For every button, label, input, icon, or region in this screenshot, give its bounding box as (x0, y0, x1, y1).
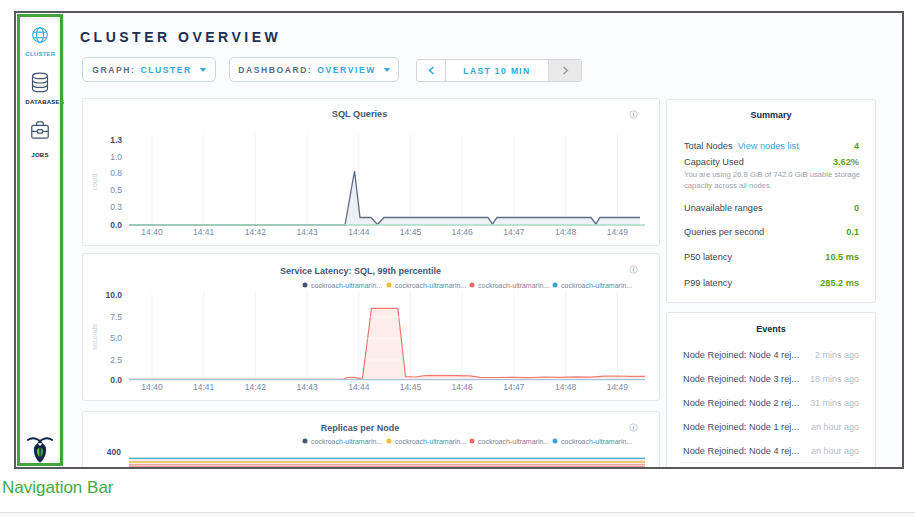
svg-text:14:40: 14:40 (141, 382, 163, 392)
svg-text:SQL Queries: SQL Queries (332, 109, 388, 119)
svg-text:1.3: 1.3 (110, 135, 122, 145)
svg-text:cockroach-ultramarin...: cockroach-ultramarin... (311, 282, 382, 289)
svg-text:Service Latency: SQL, 99th per: Service Latency: SQL, 99th percentile (280, 266, 441, 276)
svg-text:14:43: 14:43 (296, 382, 318, 392)
svg-text:14:49: 14:49 (607, 227, 629, 237)
svg-text:14:47: 14:47 (503, 382, 525, 392)
svg-text:cockroach-ultramarin...: cockroach-ultramarin... (478, 438, 549, 445)
svg-text:14:42: 14:42 (245, 227, 267, 237)
svg-text:1.0: 1.0 (110, 152, 122, 162)
svg-text:0.5: 0.5 (110, 185, 122, 195)
svg-text:cockroach-ultramarin...: cockroach-ultramarin... (311, 438, 382, 445)
svg-text:cockroach-ultramarin...: cockroach-ultramarin... (395, 438, 466, 445)
svg-text:14:43: 14:43 (296, 227, 318, 237)
svg-text:14:45: 14:45 (400, 382, 422, 392)
svg-text:seconds: seconds (91, 323, 98, 350)
svg-text:2.5: 2.5 (110, 355, 122, 365)
svg-text:5.0: 5.0 (110, 333, 122, 343)
svg-text:14:41: 14:41 (193, 382, 215, 392)
svg-text:cockroach-ultramarin...: cockroach-ultramarin... (395, 282, 466, 289)
svg-text:0.0: 0.0 (110, 220, 122, 230)
svg-text:14:44: 14:44 (348, 382, 370, 392)
svg-text:14:45: 14:45 (400, 227, 422, 237)
svg-text:7.5: 7.5 (110, 312, 122, 322)
svg-text:cockroach-ultramarin...: cockroach-ultramarin... (561, 282, 632, 289)
svg-text:0.0: 0.0 (110, 375, 122, 385)
svg-text:400: 400 (107, 447, 121, 457)
svg-text:14:47: 14:47 (503, 227, 525, 237)
svg-text:14:40: 14:40 (141, 227, 163, 237)
svg-text:14:44: 14:44 (348, 227, 370, 237)
svg-text:cockroach-ultramarin...: cockroach-ultramarin... (478, 282, 549, 289)
svg-text:14:48: 14:48 (555, 227, 577, 237)
svg-text:14:48: 14:48 (555, 382, 577, 392)
svg-text:count: count (91, 173, 98, 190)
svg-text:14:42: 14:42 (245, 382, 267, 392)
svg-text:14:49: 14:49 (607, 382, 629, 392)
svg-text:14:46: 14:46 (452, 227, 474, 237)
svg-text:0.3: 0.3 (110, 202, 122, 212)
svg-text:cockroach-ultramarin...: cockroach-ultramarin... (561, 438, 632, 445)
svg-text:0.8: 0.8 (110, 168, 122, 178)
svg-text:14:46: 14:46 (452, 382, 474, 392)
svg-text:10.0: 10.0 (105, 290, 122, 300)
svg-text:14:41: 14:41 (193, 227, 215, 237)
svg-text:Replicas per Node: Replicas per Node (321, 423, 400, 433)
